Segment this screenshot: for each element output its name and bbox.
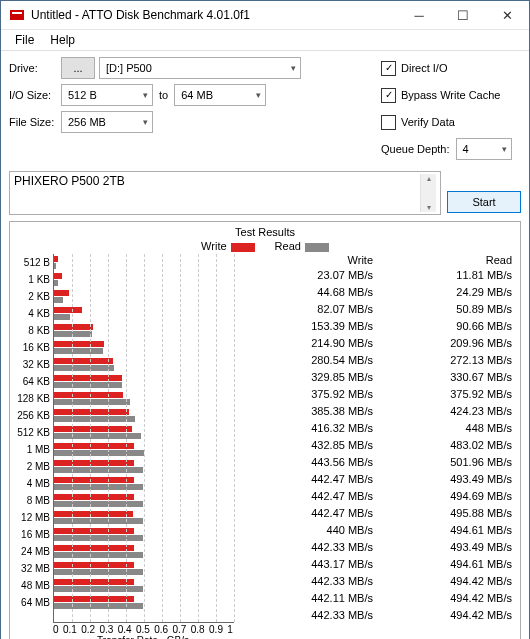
cell-write: 442.47 MB/s: [240, 473, 379, 485]
queue-depth-label: Queue Depth:: [381, 143, 450, 155]
cell-read: 24.29 MB/s: [379, 286, 518, 298]
cell-write: 214.90 MB/s: [240, 337, 379, 349]
read-bar: [54, 535, 143, 541]
write-bar: [54, 324, 93, 330]
start-button[interactable]: Start: [447, 191, 521, 213]
cell-write: 385.38 MB/s: [240, 405, 379, 417]
table-row: 280.54 MB/s272.13 MB/s: [240, 351, 518, 368]
read-bar: [54, 433, 141, 439]
table-row: 44.68 MB/s24.29 MB/s: [240, 283, 518, 300]
read-bar: [54, 450, 144, 456]
drive-select[interactable]: [D:] P500▾: [99, 57, 301, 79]
read-bar: [54, 484, 143, 490]
cell-write: 442.33 MB/s: [240, 575, 379, 587]
col-write: Write: [240, 254, 379, 266]
cell-read: 424.23 MB/s: [379, 405, 518, 417]
bypass-cache-checkbox[interactable]: ✓: [381, 88, 396, 103]
cell-write: 442.11 MB/s: [240, 592, 379, 604]
read-bar: [54, 263, 56, 269]
titlebar: Untitled - ATTO Disk Benchmark 4.01.0f1 …: [1, 1, 529, 30]
cell-read: 50.89 MB/s: [379, 303, 518, 315]
cell-read: 209.96 MB/s: [379, 337, 518, 349]
write-bar: [54, 511, 133, 517]
read-bar: [54, 382, 122, 388]
y-tick: 4 KB: [12, 305, 50, 322]
x-tick: 0: [53, 624, 59, 635]
y-tick: 48 MB: [12, 577, 50, 594]
iosize-label: I/O Size:: [9, 89, 61, 101]
cell-write: 440 MB/s: [240, 524, 379, 536]
cell-write: 442.47 MB/s: [240, 507, 379, 519]
read-bar: [54, 280, 58, 286]
cell-write: 416.32 MB/s: [240, 422, 379, 434]
cell-read: 494.42 MB/s: [379, 609, 518, 621]
write-bar: [54, 392, 123, 398]
drive-browse-button[interactable]: ...: [61, 57, 95, 79]
legend-write-label: Write: [201, 240, 226, 252]
write-bar: [54, 358, 113, 364]
cell-read: 90.66 MB/s: [379, 320, 518, 332]
write-bar: [54, 341, 104, 347]
menu-help[interactable]: Help: [42, 31, 83, 49]
table-row: 442.47 MB/s495.88 MB/s: [240, 504, 518, 521]
queue-depth-select[interactable]: 4▾: [456, 138, 512, 160]
table-row: 442.47 MB/s493.49 MB/s: [240, 470, 518, 487]
app-icon: [9, 7, 25, 23]
device-textbox[interactable]: PHIXERO P500 2TB ▴▾: [9, 171, 441, 215]
y-tick: 32 MB: [12, 560, 50, 577]
read-bar: [54, 314, 70, 320]
y-tick: 24 MB: [12, 543, 50, 560]
y-tick: 512 KB: [12, 424, 50, 441]
table-row: 329.85 MB/s330.67 MB/s: [240, 368, 518, 385]
cell-write: 329.85 MB/s: [240, 371, 379, 383]
read-bar: [54, 569, 143, 575]
direct-io-checkbox[interactable]: ✓: [381, 61, 396, 76]
y-tick: 4 MB: [12, 475, 50, 492]
cell-write: 443.56 MB/s: [240, 456, 379, 468]
svg-rect-1: [12, 12, 22, 14]
y-tick: 8 MB: [12, 492, 50, 509]
scroll-up-icon: ▴: [427, 174, 431, 183]
results-table: Write Read 23.07 MB/s11.81 MB/s44.68 MB/…: [234, 254, 518, 623]
menu-file[interactable]: File: [7, 31, 42, 49]
y-tick: 128 KB: [12, 390, 50, 407]
chevron-down-icon: ▾: [256, 90, 261, 100]
maximize-button[interactable]: ☐: [441, 1, 485, 29]
write-bar: [54, 443, 134, 449]
menubar: File Help: [1, 30, 529, 51]
cell-read: 501.96 MB/s: [379, 456, 518, 468]
filesize-select[interactable]: 256 MB▾: [61, 111, 153, 133]
cell-read: 494.69 MB/s: [379, 490, 518, 502]
write-bar: [54, 579, 134, 585]
scrollbar[interactable]: ▴▾: [420, 174, 436, 212]
cell-read: 494.42 MB/s: [379, 575, 518, 587]
write-bar: [54, 562, 134, 568]
read-bar: [54, 297, 63, 303]
cell-read: 330.67 MB/s: [379, 371, 518, 383]
write-bar: [54, 528, 134, 534]
cell-write: 44.68 MB/s: [240, 286, 379, 298]
read-bar: [54, 501, 143, 507]
table-row: 82.07 MB/s50.89 MB/s: [240, 300, 518, 317]
to-label: to: [159, 89, 168, 101]
drive-label: Drive:: [9, 62, 61, 74]
x-tick: 0.9: [209, 624, 223, 635]
svg-rect-0: [10, 10, 24, 20]
x-axis-label: Transfer Rate - GB/s: [53, 635, 233, 639]
x-tick: 0.7: [173, 624, 187, 635]
minimize-button[interactable]: ─: [397, 1, 441, 29]
verify-data-checkbox[interactable]: [381, 115, 396, 130]
legend: Write Read: [12, 240, 518, 252]
filesize-label: File Size:: [9, 116, 61, 128]
cell-write: 442.33 MB/s: [240, 609, 379, 621]
cell-write: 442.47 MB/s: [240, 490, 379, 502]
y-tick: 1 MB: [12, 441, 50, 458]
close-button[interactable]: ✕: [485, 1, 529, 29]
y-tick: 2 MB: [12, 458, 50, 475]
direct-io-label: Direct I/O: [401, 62, 447, 74]
x-axis-ticks: 00.10.20.30.40.50.60.70.80.91: [53, 624, 233, 635]
iosize-to-select[interactable]: 64 MB▾: [174, 84, 266, 106]
cell-read: 493.49 MB/s: [379, 473, 518, 485]
iosize-from-select[interactable]: 512 B▾: [61, 84, 153, 106]
read-bar: [54, 416, 135, 422]
